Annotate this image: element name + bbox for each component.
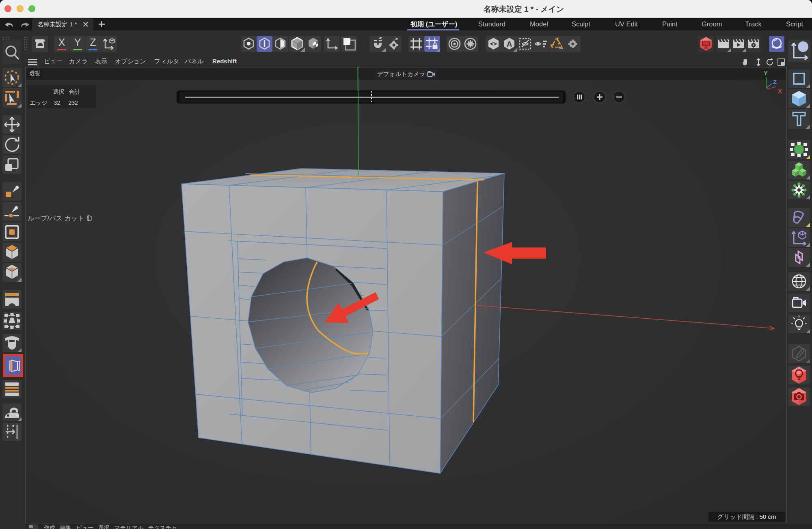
svg-text:A: A: [507, 40, 512, 48]
svg-text:Y: Y: [74, 37, 81, 48]
svg-text:X: X: [58, 37, 65, 48]
svg-text:Z: Z: [773, 78, 777, 85]
svg-text:X: X: [778, 88, 782, 95]
svg-text:Z: Z: [90, 37, 96, 48]
svg-text:Y: Y: [764, 69, 768, 76]
